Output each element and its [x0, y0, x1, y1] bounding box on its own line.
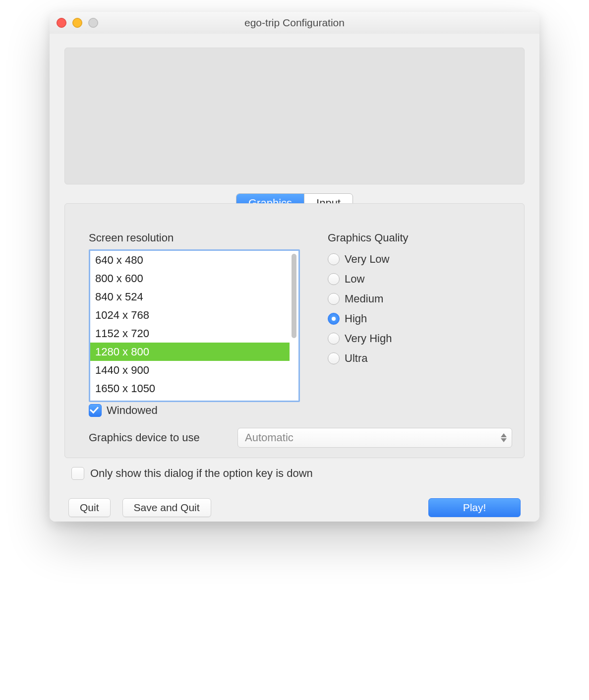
resolution-option[interactable]: 840 x 524 — [90, 288, 290, 306]
zoom-icon — [88, 18, 98, 28]
quality-label: Graphics Quality — [328, 232, 512, 244]
quality-option[interactable]: Low — [328, 269, 512, 289]
quality-option[interactable]: Very High — [328, 329, 512, 349]
resolution-option[interactable]: 1650 x 1050 — [90, 379, 290, 398]
quality-option-label: High — [345, 312, 367, 325]
radio-icon[interactable] — [328, 273, 340, 285]
resolution-option[interactable]: 1024 x 768 — [90, 306, 290, 324]
device-row: Graphics device to use Automatic — [89, 428, 512, 448]
save-and-quit-button[interactable]: Save and Quit — [122, 498, 211, 517]
radio-icon[interactable] — [328, 333, 340, 345]
quality-option-label: Ultra — [345, 352, 367, 365]
optionkey-checkbox[interactable] — [71, 467, 84, 480]
window-title: ego-trip Configuration — [244, 17, 345, 28]
resolution-option[interactable]: 1280 x 800 — [90, 343, 290, 361]
resolution-option[interactable]: 1152 x 720 — [90, 324, 290, 343]
quality-option[interactable]: Very Low — [328, 249, 512, 269]
windowed-label: Windowed — [107, 404, 158, 417]
device-select[interactable]: Automatic — [237, 428, 512, 448]
graphics-panel: Screen resolution 640 x 480800 x 600840 … — [64, 203, 525, 458]
minimize-icon[interactable] — [72, 18, 82, 28]
svg-marker-1 — [501, 438, 507, 442]
quality-option-label: Very Low — [345, 253, 390, 266]
config-window: ego-trip Configuration Graphics Input Sc… — [50, 12, 539, 522]
resolution-section: Screen resolution 640 x 480800 x 600840 … — [89, 232, 302, 402]
quality-option[interactable]: High — [328, 309, 512, 329]
quality-option-label: Low — [345, 273, 364, 286]
quality-section: Graphics Quality Very LowLowMediumHighVe… — [328, 232, 512, 368]
resolution-option[interactable]: 1440 x 900 — [90, 361, 290, 379]
radio-icon[interactable] — [328, 253, 340, 265]
quality-option[interactable]: Medium — [328, 289, 512, 309]
stepper-icon — [501, 433, 507, 442]
resolution-label: Screen resolution — [89, 232, 302, 244]
titlebar: ego-trip Configuration — [50, 12, 539, 34]
windowed-checkbox[interactable] — [89, 404, 102, 417]
window-body: Graphics Input Screen resolution 640 x 4… — [50, 34, 539, 522]
radio-icon[interactable] — [328, 352, 340, 364]
windowed-row[interactable]: Windowed — [89, 404, 158, 417]
radio-icon[interactable] — [328, 313, 340, 325]
close-icon[interactable] — [57, 18, 66, 28]
device-label: Graphics device to use — [89, 431, 237, 444]
button-bar: Quit Save and Quit Play! — [68, 498, 521, 518]
resolution-listbox[interactable]: 640 x 480800 x 600840 x 5241024 x 768115… — [89, 249, 300, 402]
play-button[interactable]: Play! — [428, 498, 521, 517]
traffic-lights — [57, 18, 98, 28]
quality-option-label: Medium — [345, 292, 383, 305]
quality-option-label: Very High — [345, 332, 392, 345]
svg-marker-0 — [501, 433, 507, 437]
optionkey-row[interactable]: Only show this dialog if the option key … — [71, 467, 313, 480]
scrollbar[interactable] — [292, 254, 296, 398]
quit-button[interactable]: Quit — [68, 498, 111, 517]
resolution-option[interactable]: 800 x 600 — [90, 269, 290, 288]
scrollbar-thumb[interactable] — [292, 254, 296, 338]
device-select-value: Automatic — [245, 431, 294, 444]
banner-image — [64, 48, 525, 184]
resolution-option[interactable]: 640 x 480 — [90, 251, 290, 269]
radio-icon[interactable] — [328, 293, 340, 305]
optionkey-label: Only show this dialog if the option key … — [90, 467, 313, 480]
quality-option[interactable]: Ultra — [328, 349, 512, 368]
